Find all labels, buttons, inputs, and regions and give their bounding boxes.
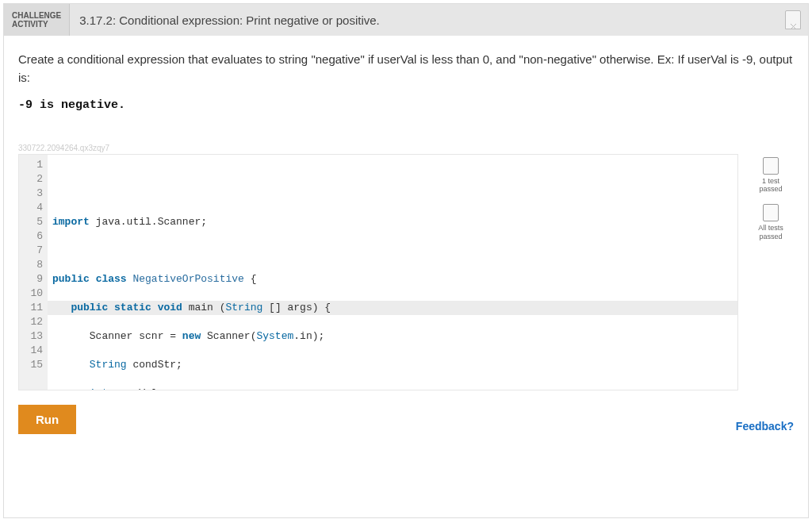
activity-content: Create a conditional expression that eva… (4, 36, 808, 517)
status-label: passed (759, 185, 782, 193)
challenge-badge: CHALLENGE ACTIVITY (4, 4, 70, 36)
status-label: All tests (758, 224, 783, 232)
instructions-text: Create a conditional expression that eva… (18, 50, 794, 87)
status-all-tests: All tests passed (758, 204, 783, 240)
test-status-column: 1 test passed All tests passed (748, 154, 794, 240)
status-label: 1 test (762, 177, 779, 185)
footer-row: Run Feedback? (18, 405, 794, 434)
bookmark-icon (785, 10, 801, 29)
code-area[interactable]: import java.util.Scanner; public class N… (48, 155, 737, 390)
line-gutter: 1 2 3 4 5 6 7 8 9 10 11 12 13 14 15 (19, 155, 48, 390)
code-editor[interactable]: 1 2 3 4 5 6 7 8 9 10 11 12 13 14 15 impo… (18, 154, 738, 390)
bookmark-button[interactable] (784, 4, 808, 36)
activity-container: CHALLENGE ACTIVITY 3.17.2: Conditional e… (3, 3, 809, 518)
checkbox-icon (763, 204, 779, 221)
status-one-test: 1 test passed (759, 157, 782, 194)
editor-row: 1 2 3 4 5 6 7 8 9 10 11 12 13 14 15 impo… (18, 154, 794, 390)
activity-header: CHALLENGE ACTIVITY 3.17.2: Conditional e… (4, 4, 808, 36)
activity-title: 3.17.2: Conditional expression: Print ne… (70, 4, 784, 36)
watermark-text: 330722.2094264.qx3zqy7 (18, 144, 794, 152)
run-button[interactable]: Run (18, 405, 76, 434)
badge-line-1: CHALLENGE (12, 11, 61, 21)
code-text: import java.util.Scanner; public class N… (52, 201, 733, 390)
feedback-link[interactable]: Feedback? (736, 420, 794, 434)
badge-line-2: ACTIVITY (12, 20, 61, 29)
checkbox-icon (763, 157, 779, 175)
status-label: passed (759, 233, 782, 240)
example-output: -9 is negative. (18, 98, 794, 112)
